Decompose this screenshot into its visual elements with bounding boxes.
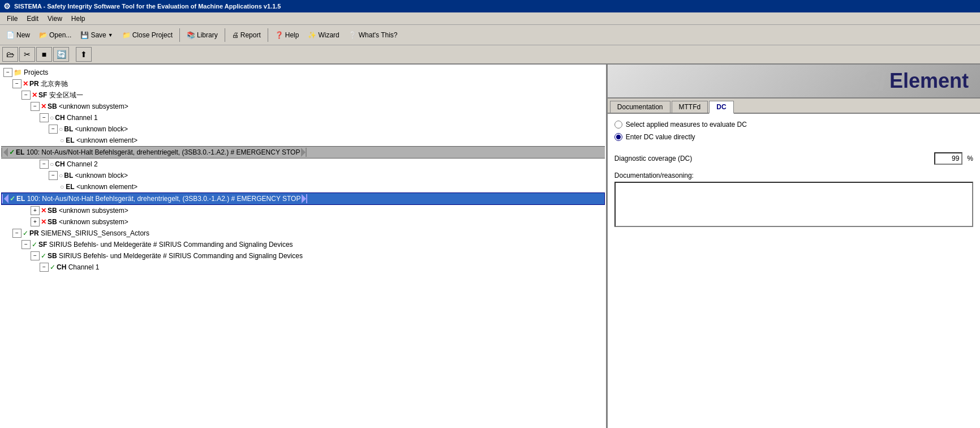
sf2-label: SF SIRIUS Befehls- und Meldegeräte # SIR… (38, 239, 293, 250)
tree-item-sb3[interactable]: + ✕ SB <unknown subsystem> (1, 216, 605, 228)
folder-icon: 📁 (14, 67, 22, 78)
tree-toggle-pr1[interactable]: − (12, 79, 22, 88)
tab-dc[interactable]: DC (709, 101, 733, 114)
dc-reasoning-section: Documentation/reasoning: (614, 172, 973, 229)
ch2-status-icon: ○ (50, 159, 54, 169)
ch2-label: CH Channel 2 (55, 159, 97, 169)
tree-item-bl1[interactable]: − ○ BL <unknown block> (1, 123, 605, 135)
tree-item-sf2[interactable]: − ✓ SF SIRIUS Befehls- und Meldegeräte #… (1, 239, 605, 250)
dc-reasoning-textarea[interactable] (614, 182, 973, 227)
close-project-icon: 📁 (122, 31, 131, 39)
tree-item-projects[interactable]: − 📁 Projects (1, 67, 605, 78)
tree-item-ch1[interactable]: − ○ CH Channel 1 (1, 112, 605, 123)
sb4-status-icon: ✓ (41, 251, 46, 261)
menu-bar: File Edit View Help (0, 12, 980, 25)
close-project-button[interactable]: 📁 Close Project (118, 27, 177, 43)
toolbar2-btn4[interactable]: 🔄 (53, 47, 69, 62)
tree-item-ch3[interactable]: − ✓ CH Channel 1 (1, 262, 605, 273)
tree-toggle-pr2[interactable]: − (12, 229, 22, 238)
new-button[interactable]: 📄 New (2, 27, 34, 43)
tree-toggle-ch1[interactable]: − (40, 113, 49, 122)
title-bar: ⚙ SISTEMA - Safety Integrity Software To… (0, 0, 980, 12)
app-icon: ⚙ (3, 2, 11, 11)
tree-item-el3[interactable]: ○ EL <unknown element> (1, 181, 605, 192)
el2-arrow-right (301, 148, 306, 157)
el4-arrow (4, 194, 8, 203)
radio-enter-directly[interactable] (614, 133, 622, 141)
library-button[interactable]: 📚 Library (183, 27, 222, 43)
tree-toggle-ch2[interactable]: − (40, 160, 49, 169)
tree-item-sf1[interactable]: − ✕ SF 安全区域一 (1, 89, 605, 101)
radio-row-2[interactable]: Enter DC value directly (614, 133, 973, 141)
toolbar2-btn2[interactable]: ✂ (19, 47, 35, 62)
tab-mttfd[interactable]: MTTFd (672, 101, 708, 113)
si-logo: SI (863, 66, 884, 97)
tree-item-el2[interactable]: ✓ EL 100: Not-Aus/Not-Halt Befehlsgerät,… (1, 146, 605, 159)
tree-item-pr1[interactable]: − ✕ PR 北京奔驰 (1, 78, 605, 89)
tree-toggle-bl2[interactable]: − (49, 171, 58, 180)
tree-item-pr2[interactable]: − ✓ PR SIEMENS_SIRIUS_Sensors_Actors (1, 228, 605, 239)
tree-item-sb1[interactable]: − ✕ SB <unknown subsystem> (1, 101, 605, 112)
report-button[interactable]: 🖨 Report (228, 27, 265, 43)
tree-toggle-sb2[interactable]: + (31, 206, 40, 215)
toolbar2-btn1[interactable]: 🗁 (2, 47, 18, 62)
tree-item-el4[interactable]: ✓ EL 100: Not-Aus/Not-Halt Befehlsgerät,… (1, 192, 605, 205)
menu-view[interactable]: View (43, 14, 67, 24)
tree-container: − 📁 Projects − ✕ PR 北京奔驰 − ✕ SF 安全区域一 (0, 65, 606, 275)
el1-label: EL <unknown element> (66, 135, 137, 145)
toolbar2: 🗁 ✂ ■ 🔄 ⬆ (0, 45, 980, 65)
dc-value-input[interactable] (934, 152, 962, 165)
radio-label-2: Enter DC value directly (626, 133, 695, 141)
dc-radio-group: Select applied measures to evaluate DC E… (614, 121, 973, 141)
tree-toggle-ch3[interactable]: − (40, 263, 49, 272)
tree-toggle-sf1[interactable]: − (22, 91, 31, 100)
pr2-status-icon: ✓ (23, 228, 28, 238)
el4-arrow-left (2, 194, 3, 203)
tabs: Documentation MTTFd DC (608, 99, 980, 114)
dc-form: Diagnostic coverage (DC) % Documentation… (614, 152, 973, 229)
save-button[interactable]: 💾 Save ▼ (76, 27, 117, 43)
tab-content-dc: Select applied measures to evaluate DC E… (608, 114, 980, 428)
tree-toggle-sb1[interactable]: − (31, 102, 40, 111)
toolbar2-btn3[interactable]: ■ (36, 47, 52, 62)
el2-label: EL 100: Not-Aus/Not-Halt Befehlsgerät, d… (16, 147, 300, 157)
sf1-label: SF 安全区域一 (38, 90, 83, 100)
toolbar-separator-3 (268, 28, 268, 42)
wizard-button[interactable]: ✨ Wizard (304, 27, 343, 43)
radio-select-measures[interactable] (614, 121, 622, 129)
open-icon: 📂 (39, 31, 48, 39)
open-button[interactable]: 📂 Open... (35, 27, 75, 43)
tree-toggle-sb3[interactable]: + (31, 217, 40, 226)
tree-toggle-sf2[interactable]: − (22, 240, 31, 249)
tree-item-sb2[interactable]: + ✕ SB <unknown subsystem> (1, 205, 605, 216)
app-title: SISTEMA - Safety Integrity Software Tool… (14, 3, 281, 10)
radio-label-1: Select applied measures to evaluate DC (626, 121, 747, 129)
radio-row-1[interactable]: Select applied measures to evaluate DC (614, 121, 973, 129)
ch3-status-icon: ✓ (50, 262, 55, 272)
tree-toggle-bl1[interactable]: − (49, 125, 58, 134)
toolbar2-icon4: 🔄 (57, 50, 66, 59)
tree-toggle-sb4[interactable]: − (31, 251, 40, 260)
tree-item-ch2[interactable]: − ○ CH Channel 2 (1, 159, 605, 170)
tree-toggle-projects[interactable]: − (3, 68, 12, 77)
menu-help[interactable]: Help (67, 14, 90, 24)
menu-file[interactable]: File (2, 14, 22, 24)
toolbar2-btn5[interactable]: ⬆ (76, 47, 92, 62)
tree-item-sb4[interactable]: − ✓ SB SIRIUS Befehls- und Meldegeräte #… (1, 250, 605, 262)
tree-item-bl2[interactable]: − ○ BL <unknown block> (1, 170, 605, 181)
toolbar: 📄 New 📂 Open... 💾 Save ▼ 📁 Close Project… (0, 25, 980, 45)
toolbar-separator-2 (225, 28, 225, 42)
bl1-label: BL <unknown block> (64, 124, 128, 134)
help-button[interactable]: ❓ Help (271, 27, 303, 43)
menu-edit[interactable]: Edit (22, 14, 43, 24)
whats-this-button[interactable]: ❔ What's This? (345, 27, 402, 43)
bl2-label: BL <unknown block> (64, 170, 128, 181)
el2-check-icon: ✓ (9, 147, 15, 157)
sf1-status-icon: ✕ (32, 90, 37, 100)
dc-reasoning-label: Documentation/reasoning: (614, 172, 973, 179)
whats-this-icon: ❔ (349, 31, 357, 39)
el1-status-icon: ○ (60, 135, 64, 145)
tab-documentation[interactable]: Documentation (610, 101, 670, 113)
tree-item-el1[interactable]: ○ EL <unknown element> (1, 135, 605, 146)
main-content: − 📁 Projects − ✕ PR 北京奔驰 − ✕ SF 安全区域一 (0, 65, 980, 428)
